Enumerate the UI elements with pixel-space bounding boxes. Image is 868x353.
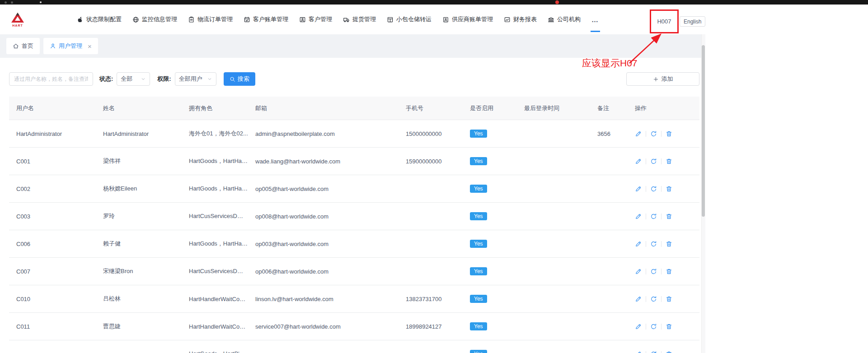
edit-icon[interactable]: [635, 241, 642, 247]
divider: [646, 214, 646, 219]
scrollbar[interactable]: [701, 34, 705, 353]
cell-actions: [628, 241, 699, 247]
customer-billing-icon: [244, 16, 250, 23]
divider: [646, 241, 646, 247]
nav-item-1[interactable]: 状态限制配置: [77, 15, 122, 23]
nav-item-2[interactable]: 监控信息管理: [132, 15, 177, 23]
divider: [646, 131, 646, 137]
divider: [661, 324, 662, 330]
users-table: 用户名姓名拥有角色邮箱手机号是否启用最后登录时间备注操作 HartAdminis…: [9, 97, 699, 353]
divider: [661, 214, 662, 219]
delete-icon[interactable]: [666, 296, 672, 302]
search-button[interactable]: 搜索: [224, 72, 255, 86]
delete-icon[interactable]: [666, 213, 672, 220]
enabled-badge: Yes: [470, 295, 487, 303]
reset-icon[interactable]: [650, 213, 657, 220]
cell-username: C001: [9, 158, 96, 165]
home-icon: [13, 43, 19, 49]
parcel-storage-icon: [387, 16, 394, 23]
enabled-badge: Yes: [470, 157, 487, 165]
tab-home[interactable]: 首页: [6, 38, 40, 54]
table-row: HartGoods，HartPick... Yes: [9, 340, 699, 353]
filter-row: 状态: 全部 权限: 全部用户 搜索 添加: [9, 72, 699, 86]
divider: [661, 158, 662, 164]
close-icon[interactable]: ×: [88, 43, 92, 50]
cell-username: C003: [9, 213, 96, 220]
cell-email: linson.lv@hart-worldwide.com: [248, 296, 399, 302]
nav-item-4[interactable]: 客户账单管理: [244, 15, 288, 23]
delete-icon[interactable]: [666, 351, 672, 353]
cell-username: C002: [9, 186, 96, 192]
edit-icon[interactable]: [635, 351, 642, 353]
search-input[interactable]: [9, 72, 93, 86]
edit-icon[interactable]: [635, 268, 642, 275]
user-code-box[interactable]: H007: [651, 11, 677, 32]
delete-icon[interactable]: [666, 323, 672, 330]
nav-item-11[interactable]: …: [591, 16, 599, 23]
delete-icon[interactable]: [666, 186, 672, 192]
cell-enabled: Yes: [463, 130, 517, 138]
reset-icon[interactable]: [650, 296, 657, 302]
table-row: C003 罗玲 HartCusServicesD，Ha... op008@har…: [9, 203, 699, 230]
cell-roles: HartCusServicesD，Ha...: [182, 267, 248, 275]
add-button[interactable]: 添加: [626, 72, 699, 86]
hart-logo[interactable]: HART: [7, 8, 28, 31]
edit-icon[interactable]: [635, 130, 642, 137]
delete-icon[interactable]: [666, 268, 672, 275]
cell-roles: HartHandlerWaitConfi...: [182, 323, 248, 330]
divider: [661, 241, 662, 247]
enabled-badge: Yes: [470, 130, 487, 138]
cell-email: admin@aspnetboilerplate.com: [248, 130, 399, 137]
delete-icon[interactable]: [666, 158, 672, 165]
tab-user-management[interactable]: 用户管理 ×: [43, 38, 98, 54]
table-row: C002 杨秋嫦Eileen HartGoods，HartHan... op00…: [9, 175, 699, 203]
edit-icon[interactable]: [635, 296, 642, 302]
app-header: HART 状态限制配置 监控信息管理 物流订单管理 客户账单管理 客户管理 提货…: [0, 5, 705, 34]
cell-enabled: Yes: [463, 212, 517, 220]
status-select[interactable]: 全部: [117, 72, 150, 86]
window-control-icon: [5, 1, 7, 4]
add-button-label: 添加: [662, 75, 673, 83]
customer-icon: [299, 16, 306, 23]
notification-dot-icon: [555, 0, 559, 4]
delete-icon[interactable]: [666, 130, 672, 137]
edit-icon[interactable]: [635, 158, 642, 165]
edit-icon[interactable]: [635, 186, 642, 192]
reset-icon[interactable]: [650, 186, 657, 192]
reset-icon[interactable]: [650, 241, 657, 247]
nav-item-5[interactable]: 客户管理: [299, 15, 332, 23]
column-header-2: 姓名: [96, 104, 182, 112]
enabled-badge: Yes: [470, 350, 487, 353]
language-button[interactable]: English: [680, 16, 705, 27]
apple-icon: [77, 16, 84, 23]
nav-item-3[interactable]: 物流订单管理: [188, 15, 233, 23]
permission-select[interactable]: 全部用户: [175, 72, 216, 86]
nav-item-8[interactable]: 供应商账单管理: [442, 15, 493, 23]
nav-item-9[interactable]: 财务报表: [504, 15, 537, 23]
search-button-label: 搜索: [238, 75, 249, 83]
table-row: C011 曹思婕 HartHandlerWaitConfi... service…: [9, 313, 699, 340]
column-header-6: 是否启用: [463, 104, 517, 112]
nav-item-10[interactable]: 公司机构: [548, 15, 581, 23]
enabled-badge: Yes: [470, 185, 487, 193]
cell-name: 梁伟祥: [96, 157, 182, 165]
table-header-row: 用户名姓名拥有角色邮箱手机号是否启用最后登录时间备注操作: [9, 97, 699, 120]
scrollbar-thumb[interactable]: [702, 45, 705, 217]
delete-icon[interactable]: [666, 241, 672, 247]
reset-icon[interactable]: [650, 130, 657, 137]
reset-icon[interactable]: [650, 158, 657, 165]
reset-icon[interactable]: [650, 323, 657, 330]
table-row: C001 梁伟祥 HartGoods，HartHan... wade.liang…: [9, 148, 699, 175]
logistics-order-icon: [188, 16, 195, 23]
edit-icon[interactable]: [635, 323, 642, 330]
cell-actions: [628, 351, 699, 353]
status-select-value: 全部: [121, 75, 132, 83]
column-header-5: 手机号: [399, 104, 463, 112]
reset-icon[interactable]: [650, 351, 657, 353]
reset-icon[interactable]: [650, 268, 657, 275]
nav-item-7[interactable]: 小包仓储转运: [387, 15, 432, 23]
permission-select-value: 全部用户: [179, 75, 202, 83]
nav-item-6[interactable]: 提货管理: [343, 15, 376, 23]
edit-icon[interactable]: [635, 213, 642, 220]
column-header-9: 操作: [628, 104, 699, 112]
